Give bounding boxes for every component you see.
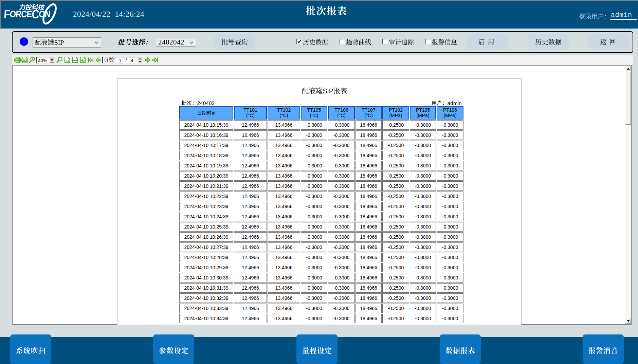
- svg-text:1:1: 1:1: [65, 59, 69, 62]
- svg-text:PDF: PDF: [22, 59, 27, 61]
